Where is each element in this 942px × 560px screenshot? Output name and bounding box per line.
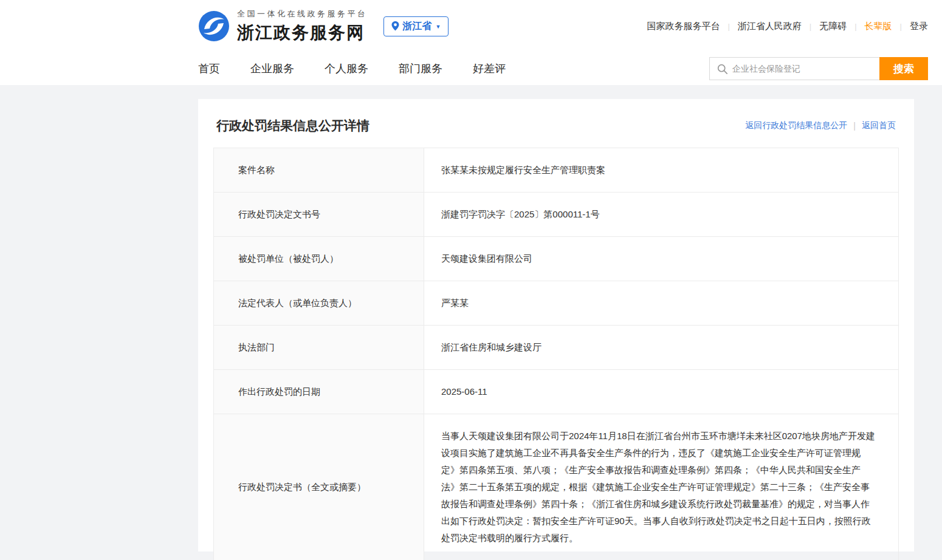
table-row: 行政处罚决定文书号 浙建罚字罚决字〔2025〕第000011-1号: [214, 193, 899, 237]
search-bar: 搜索: [709, 57, 928, 80]
region-name: 浙江省: [403, 20, 432, 33]
row-label-penalty-decision: 行政处罚决定书（全文或摘要）: [214, 414, 424, 560]
back-links: 返回行政处罚结果信息公开 | 返回首页: [745, 120, 896, 131]
row-value-document-number: 浙建罚字罚决字〔2025〕第000011-1号: [424, 193, 899, 237]
header-top-links: 国家政务服务平台 | 浙江省人民政府 | 无障碍 | 长辈版 | 登录: [647, 21, 928, 32]
link-provincial-government[interactable]: 浙江省人民政府: [738, 21, 802, 32]
row-label-enforcement-department: 执法部门: [214, 326, 424, 370]
location-pin-icon: [391, 21, 399, 31]
penalty-info-table: 案件名称 张某某未按规定履行安全生产管理职责案 行政处罚决定文书号 浙建罚字罚决…: [213, 148, 899, 560]
logo-text: 全国一体化在线政务服务平台 浙江政务服务网: [237, 9, 368, 44]
divider: |: [900, 22, 902, 31]
platform-tagline: 全国一体化在线政务服务平台: [237, 9, 368, 19]
search-input[interactable]: [732, 64, 872, 73]
search-icon: [717, 64, 727, 74]
row-label-legal-representative: 法定代表人（或单位负责人）: [214, 281, 424, 326]
divider: |: [853, 121, 856, 131]
link-national-platform[interactable]: 国家政务服务平台: [647, 21, 720, 32]
divider: |: [854, 22, 856, 31]
link-elder-version[interactable]: 长辈版: [865, 21, 892, 32]
row-value-legal-representative: 严某某: [424, 281, 899, 326]
link-back-to-penalty-list[interactable]: 返回行政处罚结果信息公开: [745, 120, 847, 131]
site-name: 浙江政务服务网: [237, 21, 368, 44]
site-logo[interactable]: 全国一体化在线政务服务平台 浙江政务服务网: [198, 9, 368, 44]
divider: |: [727, 22, 729, 31]
row-value-penalty-date: 2025-06-11: [424, 370, 899, 414]
row-value-penalty-decision: 当事人天颂建设集团有限公司于2024年11月18日在浙江省台州市玉环市塘垟未来社…: [424, 414, 899, 560]
card-header: 行政处罚结果信息公开详情 返回行政处罚结果信息公开 | 返回首页: [213, 117, 899, 134]
table-row: 行政处罚决定书（全文或摘要） 当事人天颂建设集团有限公司于2024年11月18日…: [214, 414, 899, 560]
row-value-enforcement-department: 浙江省住房和城乡建设厅: [424, 326, 899, 370]
table-row: 案件名称 张某某未按规定履行安全生产管理职责案: [214, 148, 899, 193]
row-value-penalized-unit: 天颂建设集团有限公司: [424, 237, 899, 281]
divider: |: [810, 22, 811, 31]
table-row: 被处罚单位（被处罚人） 天颂建设集团有限公司: [214, 237, 899, 281]
link-login[interactable]: 登录: [910, 21, 928, 32]
page-title: 行政处罚结果信息公开详情: [216, 117, 370, 134]
table-row: 作出行政处罚的日期 2025-06-11: [214, 370, 899, 414]
link-accessibility[interactable]: 无障碍: [819, 21, 847, 32]
row-value-case-name: 张某某未按规定履行安全生产管理职责案: [424, 148, 899, 193]
detail-card: 行政处罚结果信息公开详情 返回行政处罚结果信息公开 | 返回首页 案件名称 张某…: [198, 99, 914, 551]
table-row: 法定代表人（或单位负责人） 严某某: [214, 281, 899, 326]
main-nav: 首页 企业服务 个人服务 部门服务 好差评 搜索: [0, 52, 942, 85]
site-logo-icon: [198, 10, 230, 42]
region-selector[interactable]: 浙江省 ▼: [383, 16, 449, 36]
nav-item-rating[interactable]: 好差评: [473, 61, 506, 76]
row-label-penalized-unit: 被处罚单位（被处罚人）: [214, 237, 424, 281]
nav-items: 首页 企业服务 个人服务 部门服务 好差评: [198, 61, 506, 76]
row-label-document-number: 行政处罚决定文书号: [214, 193, 424, 237]
search-box: [709, 57, 879, 80]
page-content: 行政处罚结果信息公开详情 返回行政处罚结果信息公开 | 返回首页 案件名称 张某…: [0, 85, 942, 560]
nav-item-personal-services[interactable]: 个人服务: [325, 61, 368, 76]
nav-item-home[interactable]: 首页: [198, 61, 220, 76]
chevron-down-icon: ▼: [436, 24, 441, 30]
nav-item-enterprise-services[interactable]: 企业服务: [250, 61, 294, 76]
site-header: 全国一体化在线政务服务平台 浙江政务服务网 浙江省 ▼ 国家政务服务平台 | 浙…: [0, 0, 942, 52]
search-button[interactable]: 搜索: [879, 57, 928, 80]
table-row: 执法部门 浙江省住房和城乡建设厅: [214, 326, 899, 370]
nav-item-department-services[interactable]: 部门服务: [399, 61, 442, 76]
row-label-penalty-date: 作出行政处罚的日期: [214, 370, 424, 414]
link-back-to-home[interactable]: 返回首页: [862, 120, 896, 131]
row-label-case-name: 案件名称: [214, 148, 424, 193]
